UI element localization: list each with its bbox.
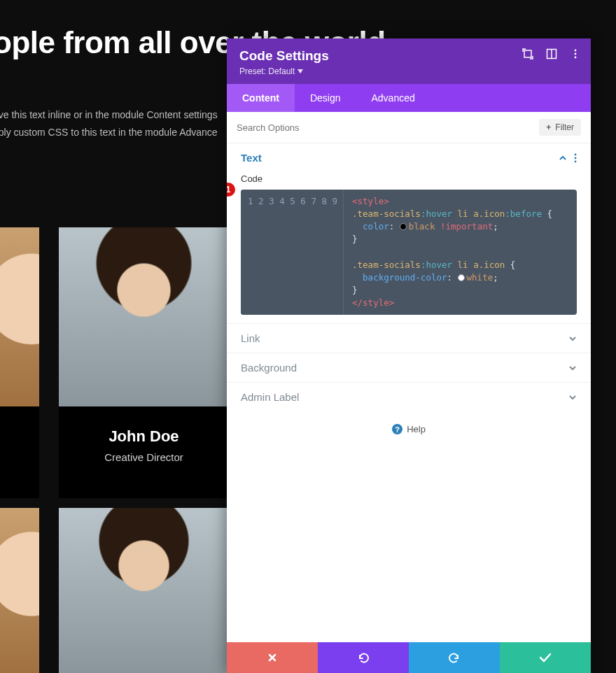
kebab-menu-icon[interactable] (574, 153, 577, 163)
chevron-down-icon (568, 364, 577, 372)
section-title: Admin Label (241, 391, 299, 403)
team-card: John Doe Creative Director (59, 227, 229, 498)
save-button[interactable] (500, 642, 591, 673)
code-content: <style> .team-socials:hover li a.icon:be… (344, 190, 561, 315)
tab-advanced[interactable]: Advanced (356, 84, 430, 112)
search-input[interactable] (237, 122, 539, 133)
column-layout-icon[interactable] (546, 48, 557, 59)
cancel-button[interactable] (227, 642, 318, 673)
filter-button[interactable]: + Filter (539, 119, 581, 136)
close-icon (267, 653, 277, 663)
help-icon: ? (392, 424, 402, 434)
redo-icon (448, 652, 461, 663)
avatar (59, 227, 229, 406)
svg-rect-0 (524, 50, 531, 57)
team-card-info: John Doe Creative Director (59, 406, 229, 498)
panel-body: Text Code 1 1 2 3 4 5 6 7 8 9 <style> .t… (227, 143, 591, 642)
section-header-background[interactable]: Background (241, 362, 577, 374)
section-header-link[interactable]: Link (241, 332, 577, 344)
annotation-badge: 1 (227, 183, 235, 197)
team-card (0, 508, 39, 673)
section-title: Background (241, 362, 297, 374)
undo-icon (357, 652, 370, 663)
preset-label: Preset: Default (239, 66, 295, 76)
help-label: Help (407, 424, 426, 434)
svg-point-8 (575, 160, 577, 162)
section-header-admin-label[interactable]: Admin Label (241, 391, 577, 403)
kebab-menu-icon[interactable] (570, 48, 581, 59)
avatar (0, 508, 39, 673)
section-text: Text Code 1 1 2 3 4 5 6 7 8 9 <style> .t… (227, 143, 591, 324)
check-icon (539, 653, 552, 663)
svg-point-3 (575, 50, 577, 52)
tab-design[interactable]: Design (295, 84, 356, 112)
color-swatch-icon (458, 274, 465, 281)
section-header-text[interactable]: Text (241, 152, 577, 164)
filter-label: Filter (555, 122, 574, 132)
preset-selector[interactable]: Preset: Default (239, 66, 303, 76)
plus-icon: + (546, 122, 551, 132)
panel-header: Code Settings Preset: Default (227, 38, 591, 84)
undo-button[interactable] (318, 642, 409, 673)
color-swatch-icon (400, 223, 407, 230)
team-card (59, 508, 229, 673)
avatar (0, 227, 39, 406)
section-link: Link (227, 324, 591, 353)
expand-icon[interactable] (522, 48, 533, 59)
redo-button[interactable] (409, 642, 500, 673)
svg-point-4 (575, 53, 577, 55)
section-background: Background (227, 353, 591, 383)
section-title: Link (241, 332, 260, 344)
tabs: Content Design Advanced (227, 84, 591, 112)
team-member-name: John Doe (66, 427, 222, 446)
caret-down-icon (298, 69, 303, 73)
avatar (59, 508, 229, 673)
code-field-label: Code (241, 173, 577, 184)
line-gutter: 1 2 3 4 5 6 7 8 9 (241, 190, 344, 315)
chevron-down-icon (568, 334, 577, 343)
panel-footer (227, 642, 591, 673)
svg-point-6 (575, 153, 577, 155)
team-card (0, 227, 39, 498)
chevron-up-icon (559, 154, 567, 162)
help-link[interactable]: ? Help (227, 411, 591, 455)
code-settings-panel: Code Settings Preset: Default Content De… (227, 38, 591, 673)
hero-subtitle: ove this text inline or in the module Co… (0, 106, 231, 141)
section-title: Text (241, 152, 262, 164)
team-cards-row-1: John Doe Creative Director (0, 227, 229, 498)
search-toolbar: + Filter (227, 112, 591, 143)
svg-point-7 (575, 157, 577, 159)
tab-content[interactable]: Content (227, 84, 295, 112)
chevron-down-icon (568, 393, 577, 402)
hero-sub-line: pply custom CSS to this text in the modu… (0, 124, 231, 141)
team-member-role: Creative Director (66, 451, 222, 463)
code-editor[interactable]: 1 2 3 4 5 6 7 8 9 <style> .team-socials:… (241, 190, 577, 315)
hero-sub-line: ove this text inline or in the module Co… (0, 106, 231, 124)
svg-point-5 (575, 57, 577, 59)
section-admin-label: Admin Label (227, 383, 591, 411)
